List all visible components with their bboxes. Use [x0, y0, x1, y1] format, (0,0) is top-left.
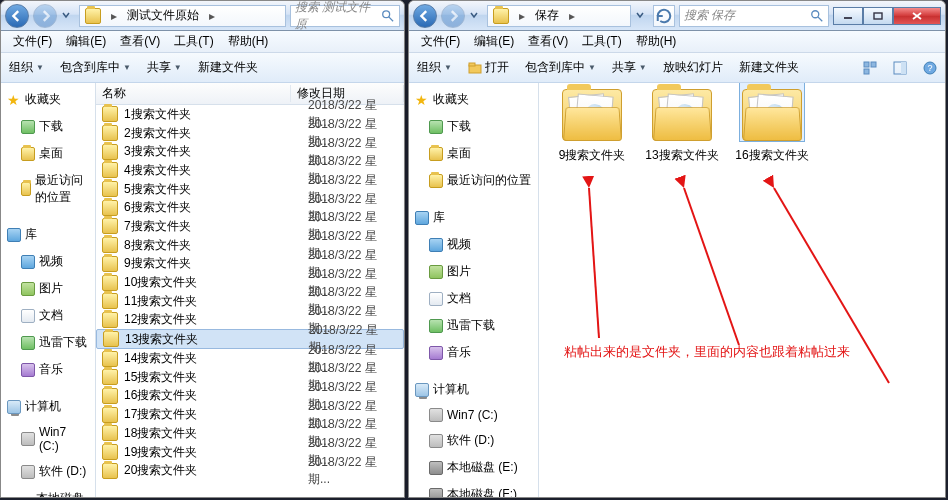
tree-xunlei[interactable]: 迅雷下载 — [409, 313, 538, 340]
nav-back-button[interactable] — [5, 4, 29, 28]
tree-win7-c[interactable]: Win7 (C:) — [1, 421, 95, 459]
tree-music[interactable]: 音乐 — [409, 340, 538, 367]
tree-computer[interactable]: 计算机 — [409, 377, 538, 404]
folder-icon-view[interactable]: 粘帖出来的是文件夹，里面的内容也跟着粘帖过来 9搜索文件夹13搜索文件夹16搜索… — [539, 83, 945, 497]
tree-recent[interactable]: 最近访问的位置 — [1, 168, 95, 212]
tree-video[interactable]: 视频 — [1, 249, 95, 276]
folder-icon — [102, 275, 118, 291]
tree-xunlei[interactable]: 迅雷下载 — [1, 330, 95, 357]
menu-help[interactable]: 帮助(H) — [222, 31, 275, 52]
list-item-name: 5搜索文件夹 — [124, 181, 302, 198]
tree-desktop[interactable]: 桌面 — [409, 141, 538, 168]
tree-local-f[interactable]: 本地磁盘 (F:) — [409, 482, 538, 497]
refresh-button[interactable] — [653, 5, 675, 27]
tool-slideshow[interactable]: 放映幻灯片 — [661, 59, 725, 76]
menu-file[interactable]: 文件(F) — [415, 31, 466, 52]
titlebar[interactable]: ▸ 保存 ▸ 搜索 保存 — [409, 1, 945, 31]
list-item-name: 9搜索文件夹 — [124, 255, 302, 272]
menu-tools[interactable]: 工具(T) — [168, 31, 219, 52]
tree-downloads[interactable]: 下载 — [409, 114, 538, 141]
tree-pictures[interactable]: 图片 — [409, 259, 538, 286]
breadcrumb-chevron-icon[interactable]: ▸ — [106, 6, 122, 26]
list-item-name: 19搜索文件夹 — [124, 444, 302, 461]
nav-tree: ★收藏夹下载桌面最近访问的位置库视频图片文档迅雷下载音乐计算机Win7 (C:)… — [409, 83, 539, 497]
list-item[interactable]: 20搜索文件夹2018/3/22 星期... — [96, 461, 404, 480]
folder-icon — [102, 293, 118, 309]
tree-desktop[interactable]: 桌面 — [1, 141, 95, 168]
tree-pictures[interactable]: 图片 — [1, 276, 95, 303]
tool-include-in-library[interactable]: 包含到库中 ▼ — [523, 59, 598, 76]
folder-icon — [85, 8, 101, 24]
nav-history-dropdown[interactable] — [469, 9, 483, 23]
toolbar: 组织 ▼ 打开 包含到库中 ▼ 共享 ▼ 放映幻灯片 新建文件夹 ? — [409, 53, 945, 83]
breadcrumb-chevron-icon[interactable]: ▸ — [564, 6, 580, 26]
tree-local-e[interactable]: 本地磁盘 (E:) — [1, 486, 95, 497]
tree-favorites[interactable]: ★收藏夹 — [409, 87, 538, 114]
window-close-button[interactable] — [893, 7, 941, 25]
list-item-name: 2搜索文件夹 — [124, 125, 302, 142]
search-input[interactable]: 搜索 测试文件原 — [290, 5, 400, 27]
menu-help[interactable]: 帮助(H) — [630, 31, 683, 52]
tree-documents[interactable]: 文档 — [1, 303, 95, 330]
address-bar[interactable]: ▸ 测试文件原始 ▸ — [79, 5, 286, 27]
svg-point-2 — [812, 10, 819, 17]
nav-history-dropdown[interactable] — [61, 9, 75, 23]
tree-video[interactable]: 视频 — [409, 232, 538, 259]
breadcrumb-segment[interactable]: 保存 — [530, 6, 564, 26]
menu-edit[interactable]: 编辑(E) — [60, 31, 112, 52]
tree-favorites[interactable]: ★收藏夹 — [1, 87, 95, 114]
tool-new-folder[interactable]: 新建文件夹 — [196, 59, 260, 76]
tree-recent[interactable]: 最近访问的位置 — [409, 168, 538, 195]
folder-item[interactable]: 16搜索文件夹 — [729, 83, 815, 185]
tree-computer[interactable]: 计算机 — [1, 394, 95, 421]
nav-forward-button[interactable] — [33, 4, 57, 28]
list-item-name: 11搜索文件夹 — [124, 293, 302, 310]
tool-new-folder[interactable]: 新建文件夹 — [737, 59, 801, 76]
breadcrumb-chevron-icon[interactable]: ▸ — [514, 6, 530, 26]
address-dropdown[interactable] — [635, 9, 649, 23]
column-header-name[interactable]: 名称 — [96, 85, 291, 102]
tree-libraries[interactable]: 库 — [409, 205, 538, 232]
tool-share[interactable]: 共享 ▼ — [610, 59, 649, 76]
folder-item[interactable]: 13搜索文件夹 — [639, 83, 725, 185]
tree-win7-c[interactable]: Win7 (C:) — [409, 404, 538, 428]
open-icon — [468, 61, 482, 75]
tool-open[interactable]: 打开 — [466, 59, 511, 76]
window-minimize-button[interactable] — [833, 7, 863, 25]
tree-music[interactable]: 音乐 — [1, 357, 95, 384]
folder-item[interactable]: 9搜索文件夹 — [549, 83, 635, 185]
menu-tools[interactable]: 工具(T) — [576, 31, 627, 52]
menu-edit[interactable]: 编辑(E) — [468, 31, 520, 52]
menu-view[interactable]: 查看(V) — [114, 31, 166, 52]
tool-organize[interactable]: 组织 ▼ — [7, 59, 46, 76]
nav-forward-button[interactable] — [441, 4, 465, 28]
preview-pane-button[interactable] — [891, 59, 909, 77]
folder-icon — [102, 425, 118, 441]
address-bar[interactable]: ▸ 保存 ▸ — [487, 5, 631, 27]
folder-icon — [102, 407, 118, 423]
tree-software-d[interactable]: 软件 (D:) — [409, 428, 538, 455]
tree-libraries[interactable]: 库 — [1, 222, 95, 249]
nav-back-button[interactable] — [413, 4, 437, 28]
titlebar[interactable]: ▸ 测试文件原始 ▸ 搜索 测试文件原 — [1, 1, 404, 31]
svg-text:?: ? — [927, 63, 932, 73]
explorer-window-target: ▸ 保存 ▸ 搜索 保存 文件(F) 编辑(E) 查看(V) 工具(T) 帮助(… — [408, 0, 946, 498]
menu-view[interactable]: 查看(V) — [522, 31, 574, 52]
window-maximize-button[interactable] — [863, 7, 893, 25]
tree-local-e[interactable]: 本地磁盘 (E:) — [409, 455, 538, 482]
breadcrumb-segment[interactable]: 测试文件原始 — [122, 6, 204, 26]
folder-icon — [102, 388, 118, 404]
view-options-button[interactable] — [861, 59, 879, 77]
folder-label: 13搜索文件夹 — [645, 147, 718, 164]
menu-file[interactable]: 文件(F) — [7, 31, 58, 52]
breadcrumb-chevron-icon[interactable]: ▸ — [204, 6, 220, 26]
tool-share[interactable]: 共享 ▼ — [145, 59, 184, 76]
tool-organize[interactable]: 组织 ▼ — [415, 59, 454, 76]
tree-documents[interactable]: 文档 — [409, 286, 538, 313]
svg-line-1 — [389, 16, 393, 20]
tool-include-in-library[interactable]: 包含到库中 ▼ — [58, 59, 133, 76]
tree-software-d[interactable]: 软件 (D:) — [1, 459, 95, 486]
help-button[interactable]: ? — [921, 59, 939, 77]
tree-downloads[interactable]: 下载 — [1, 114, 95, 141]
search-input[interactable]: 搜索 保存 — [679, 5, 829, 27]
